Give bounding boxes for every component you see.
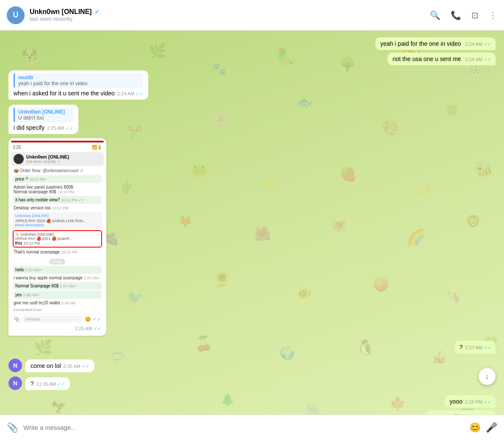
chevron-down-icon: ↓ [485, 372, 489, 381]
message-text: same wallet [431, 413, 462, 415]
avatar: N [8, 359, 22, 372]
list-item: same wallet 2:19 PM ✓✓ [8, 410, 496, 415]
list-item: 3:25 📶🔋 Unkn0wn [ONLINE] last seen recen… [8, 138, 496, 336]
quote-text: U didn't too [18, 115, 70, 121]
message-text: come on lol [30, 362, 61, 369]
message-input-bar: 📎 😊 🎤 [0, 415, 504, 440]
menu-icon[interactable]: ⋮ [489, 10, 497, 20]
message-meta: 2:19 PM ✓✓ [465, 399, 491, 405]
message-bubble: Unkn0wn [ONLINE] U didn't too i did spec… [8, 105, 78, 134]
message-text: yeah i paid for the one in video [380, 40, 461, 47]
list-item: Unkn0wn [ONLINE] U didn't too i did spec… [8, 105, 496, 134]
scroll-to-bottom-button[interactable]: ↓ [479, 368, 496, 385]
chat-area: 🐕 🍎 🌿 🐾 🦜 🌳 🍄 🐰 🍋 ✂️ 🌸 🐟 🎨 🍀 🦋 🌵 🐸 ⭐ 🍓 🌙… [0, 31, 504, 415]
message-bubble: ? 2:27 AM ✓✓ [454, 341, 496, 354]
message-bubble: nest0r yeah i paid for the one in video … [8, 70, 148, 100]
message-text: ? [460, 344, 463, 351]
message-bubble: ? 11:35 AM ✓✓ [25, 377, 70, 390]
search-icon[interactable]: 🔍 [430, 10, 440, 20]
quote-text: yeah i paid for the one in video [18, 81, 140, 86]
mic-icon[interactable]: 🎤 [486, 422, 497, 433]
message-meta: 2:24 AM ✓✓ [117, 91, 143, 97]
list-item: N ? 11:35 AM ✓✓ [8, 376, 496, 390]
message-input[interactable] [23, 424, 464, 431]
phone-icon[interactable]: 📞 [451, 10, 461, 20]
list-item: N come on lol 2:35 AM ✓✓ [8, 359, 496, 372]
list-item: not the usa one u sent me 2:24 AM ✓✓ [8, 53, 496, 65]
list-item: yeah i paid for the one in video 2:24 AM… [8, 37, 496, 50]
message-bubble: same wallet 2:19 PM ✓✓ [426, 410, 496, 415]
avatar: N [8, 376, 22, 390]
message-bubble: yeah i paid for the one in video 2:24 AM… [375, 37, 496, 50]
message-meta: 2:24 AM ✓✓ [465, 42, 491, 47]
screenshot-bubble: 3:25 📶🔋 Unkn0wn [ONLINE] last seen recen… [8, 138, 106, 336]
contact-avatar: U [7, 6, 25, 24]
contact-name-row: Unkn0wn [ONLINE] ✓ [30, 8, 430, 16]
list-item: ? 2:27 AM ✓✓ [8, 341, 496, 354]
contact-name: Unkn0wn [ONLINE] [30, 8, 92, 16]
message-bubble: yooo 2:19 PM ✓✓ [445, 395, 496, 408]
message-bubble: come on lol 2:35 AM ✓✓ [25, 359, 94, 372]
list-item: nest0r yeah i paid for the one in video … [8, 70, 496, 100]
message-meta: 2:27 AM ✓✓ [465, 345, 491, 351]
message-text: ? [30, 380, 34, 387]
header-info: Unkn0wn [ONLINE] ✓ last seen recently [30, 8, 430, 22]
messages-container: yeah i paid for the one in video 2:24 AM… [0, 31, 504, 415]
list-item: yooo 2:19 PM ✓✓ [8, 395, 496, 408]
message-bubble: not the usa one u sent me 2:24 AM ✓✓ [388, 53, 496, 65]
message-meta: 2:25 AM ✓✓ [47, 125, 73, 131]
emoji-icon[interactable]: 😊 [469, 422, 481, 433]
layout-icon[interactable]: ⊡ [471, 10, 479, 20]
chat-header: U Unkn0wn [ONLINE] ✓ last seen recently … [0, 0, 504, 31]
message-text: when i asked for it u sent me the video [14, 90, 115, 97]
quote-block: Unkn0wn [ONLINE] U didn't too [14, 108, 73, 122]
quote-author: Unkn0wn [ONLINE] [18, 109, 70, 115]
verified-badge: ✓ [94, 8, 100, 15]
header-actions: 🔍 📞 ⊡ ⋮ [430, 10, 497, 20]
message-text: not the usa one u sent me [393, 56, 461, 62]
attach-icon[interactable]: 📎 [7, 422, 18, 433]
contact-status: last seen recently [30, 16, 430, 22]
quote-author: nest0r [18, 75, 140, 81]
message-text: i did specify [14, 124, 44, 131]
message-meta: 11:35 AM ✓✓ [36, 382, 65, 387]
message-text: yooo [450, 398, 462, 405]
quote-block: nest0r yeah i paid for the one in video [14, 73, 143, 88]
message-meta: 2:35 AM ✓✓ [64, 364, 89, 369]
message-meta: 2:24 AM ✓✓ [465, 57, 491, 62]
